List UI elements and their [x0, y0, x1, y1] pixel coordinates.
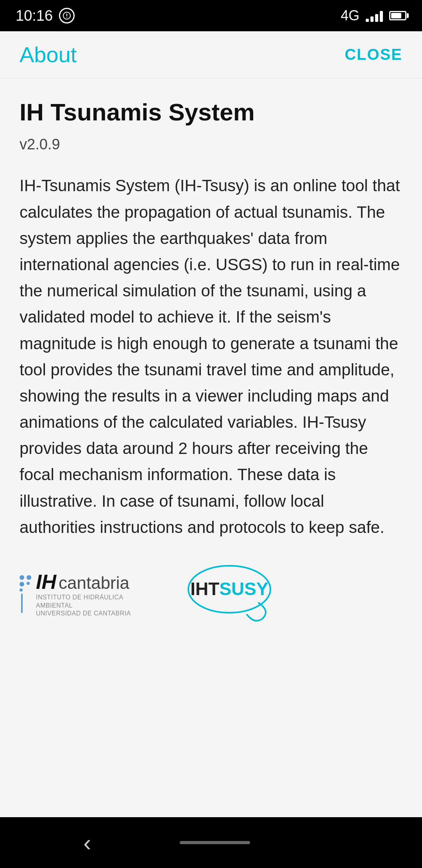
- close-button[interactable]: CLOSE: [345, 46, 402, 63]
- network-label: 4G: [341, 7, 359, 24]
- bottom-nav: ‹: [0, 817, 422, 868]
- ihtsusy-oval-icon: IHTSUSY: [184, 564, 278, 622]
- status-right: 4G: [341, 7, 406, 24]
- logos-section: IH cantabria INSTITUTO DE HIDRÁULICA AMB…: [20, 564, 402, 624]
- app-header: About CLOSE: [0, 31, 422, 78]
- status-time: 10:16: [16, 7, 53, 24]
- ih-cantabria-logo: IH cantabria INSTITUTO DE HIDRÁULICA AMB…: [20, 570, 153, 618]
- version-text: v2.0.9: [20, 136, 402, 153]
- alert-icon: [59, 8, 75, 23]
- main-content: IH Tsunamis System v2.0.9 IH-Tsunamis Sy…: [0, 78, 422, 817]
- ih-dots-decoration: [20, 575, 31, 613]
- ih-cantabria-text: IH cantabria INSTITUTO DE HIDRÁULICA AMB…: [36, 570, 153, 618]
- status-left: 10:16: [16, 7, 75, 24]
- app-name: IH Tsunamis System: [20, 98, 402, 127]
- page-title: About: [20, 42, 77, 67]
- ihtsusy-logo: IHTSUSY: [184, 564, 278, 624]
- svg-text:IHTSUSY: IHTSUSY: [190, 579, 268, 599]
- status-bar: 10:16 4G: [0, 0, 422, 31]
- description-text: IH-Tsunamis System (IH-Tsusy) is an onli…: [20, 172, 402, 540]
- back-button[interactable]: ‹: [83, 829, 91, 856]
- signal-icon: [366, 9, 383, 22]
- battery-icon: [389, 11, 406, 20]
- home-pill[interactable]: [180, 841, 250, 844]
- back-icon: ‹: [83, 830, 91, 856]
